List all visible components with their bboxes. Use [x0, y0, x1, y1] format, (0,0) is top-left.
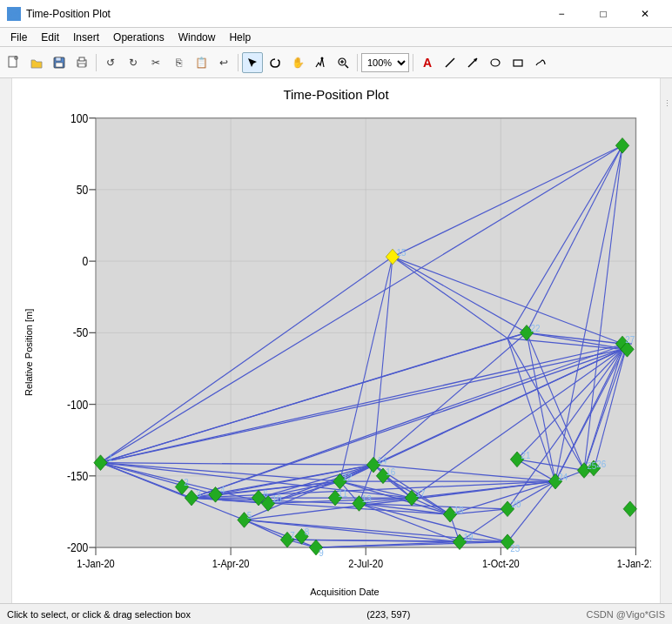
svg-text:27: 27 — [625, 333, 635, 345]
plot-container: Time-Position Plot Relative Position [m] — [12, 78, 660, 603]
save-button[interactable] — [49, 52, 70, 73]
svg-text:23: 23 — [510, 542, 520, 554]
x-axis-label: Acquisition Date — [38, 587, 651, 597]
svg-text:8: 8 — [305, 526, 310, 537]
minimize-button[interactable]: − — [541, 2, 581, 26]
svg-text:17: 17 — [415, 487, 425, 499]
open-button[interactable] — [26, 52, 47, 73]
svg-text:25: 25 — [587, 460, 596, 472]
svg-text:9: 9 — [319, 547, 324, 558]
lasso-tool[interactable] — [265, 52, 286, 73]
line-tool[interactable] — [440, 52, 460, 73]
svg-text:14: 14 — [377, 454, 386, 466]
svg-text:18: 18 — [454, 504, 463, 515]
menubar: File Edit Insert Operations Window Help — [0, 28, 672, 47]
left-gutter — [0, 78, 12, 603]
menu-window[interactable]: Window — [171, 30, 223, 45]
y-axis-label: Relative Position [m] — [21, 107, 37, 597]
right-gutter: ⋯ — [660, 78, 672, 603]
svg-rect-4 — [56, 63, 63, 67]
svg-text:7: 7 — [290, 529, 295, 540]
svg-text:100: 100 — [71, 111, 88, 125]
print-button[interactable] — [71, 52, 92, 73]
svg-text:16: 16 — [386, 466, 395, 477]
svg-text:22: 22 — [530, 322, 540, 333]
svg-text:0: 0 — [82, 254, 88, 268]
separator-2 — [238, 54, 239, 71]
status-coords: (223, 597) — [366, 609, 410, 620]
svg-text:6: 6 — [264, 487, 269, 499]
menu-help[interactable]: Help — [222, 30, 258, 45]
zoom-in-tool[interactable] — [333, 52, 353, 73]
undo-button[interactable]: ↺ — [100, 52, 121, 73]
svg-text:21: 21 — [521, 449, 530, 460]
plot-area[interactable]: Relative Position [m] — [21, 107, 651, 597]
menu-edit[interactable]: Edit — [34, 30, 66, 45]
datacursor-tool[interactable] — [310, 52, 331, 73]
rect-tool[interactable] — [507, 52, 528, 73]
menu-operations[interactable]: Operations — [106, 30, 171, 45]
svg-text:19: 19 — [463, 532, 473, 543]
menu-insert[interactable]: Insert — [66, 30, 106, 45]
freehand-tool[interactable] — [530, 52, 551, 73]
chart-svg[interactable]: 100 50 0 -50 -100 -150 -200 1-Jan-20 1-A… — [38, 107, 651, 580]
svg-point-16 — [491, 59, 500, 66]
copy-button[interactable]: ⎘ — [168, 52, 189, 73]
arrow-tool[interactable] — [462, 52, 483, 73]
chart-svg-container[interactable]: 100 50 0 -50 -100 -150 -200 1-Jan-20 1-A… — [38, 107, 651, 583]
paste-button[interactable]: 📋 — [191, 52, 212, 73]
ellipse-tool[interactable] — [485, 52, 506, 73]
undo2-button[interactable]: ↩ — [213, 52, 234, 73]
svg-text:-150: -150 — [67, 469, 88, 483]
svg-text:1-Oct-20: 1-Oct-20 — [482, 557, 520, 570]
watermark: CSDN @Vigo*GIS — [587, 609, 665, 620]
svg-text:10: 10 — [272, 493, 281, 505]
svg-text:-50: -50 — [73, 326, 88, 340]
select-tool[interactable] — [242, 52, 263, 73]
svg-text:11: 11 — [338, 487, 347, 499]
svg-rect-6 — [79, 57, 84, 61]
separator-1 — [96, 54, 97, 71]
menu-file[interactable]: File — [3, 30, 34, 45]
svg-text:50: 50 — [77, 183, 88, 197]
drag-tool[interactable]: ✋ — [287, 52, 308, 73]
status-message: Click to select, or click & drag selecti… — [7, 609, 191, 620]
cut-button[interactable]: ✂ — [145, 52, 166, 73]
svg-text:15: 15 — [396, 246, 406, 258]
svg-rect-7 — [78, 64, 85, 67]
svg-text:1-Apr-20: 1-Apr-20 — [212, 557, 250, 570]
redo-button[interactable]: ↻ — [123, 52, 144, 73]
titlebar: Time-Position Plot − □ ✕ — [0, 0, 672, 28]
svg-line-10 — [346, 64, 349, 68]
svg-text:26: 26 — [596, 458, 606, 469]
window-controls[interactable]: − □ ✕ — [541, 2, 665, 26]
close-button[interactable]: ✕ — [625, 2, 665, 26]
svg-text:1: 1 — [108, 453, 113, 464]
svg-point-8 — [321, 57, 324, 59]
svg-line-13 — [446, 58, 454, 67]
zoom-select[interactable]: 100% 50% 75% 125% 150% 200% — [361, 53, 409, 72]
svg-text:4: 4 — [220, 484, 225, 495]
svg-rect-1 — [9, 57, 17, 67]
separator-4 — [413, 54, 413, 71]
svg-text:3: 3 — [197, 487, 202, 499]
main-area: Time-Position Plot Relative Position [m] — [0, 78, 672, 603]
window-title: Time-Position Plot — [26, 8, 541, 20]
toolbar: ↺ ↻ ✂ ⎘ 📋 ↩ ✋ 100% 50% 75% 125% 150% 200… — [0, 47, 672, 78]
new-button[interactable] — [3, 52, 24, 73]
svg-text:1-Jan-20: 1-Jan-20 — [77, 557, 115, 570]
statusbar: Click to select, or click & drag selecti… — [0, 603, 672, 624]
maximize-button[interactable]: □ — [583, 2, 623, 26]
chart-wrapper: 100 50 0 -50 -100 -150 -200 1-Jan-20 1-A… — [38, 107, 651, 597]
svg-text:-200: -200 — [67, 540, 88, 554]
svg-text:2-Jul-20: 2-Jul-20 — [348, 557, 383, 570]
svg-text:20: 20 — [511, 499, 521, 510]
svg-text:24: 24 — [558, 471, 568, 482]
text-tool[interactable]: A — [417, 52, 438, 73]
svg-rect-3 — [56, 57, 61, 61]
right-gutter-text: ⋯ — [662, 99, 671, 107]
svg-text:5: 5 — [247, 509, 252, 520]
svg-text:1-Jan-21: 1-Jan-21 — [617, 557, 651, 570]
separator-3 — [357, 54, 358, 71]
svg-text:12: 12 — [343, 471, 353, 482]
